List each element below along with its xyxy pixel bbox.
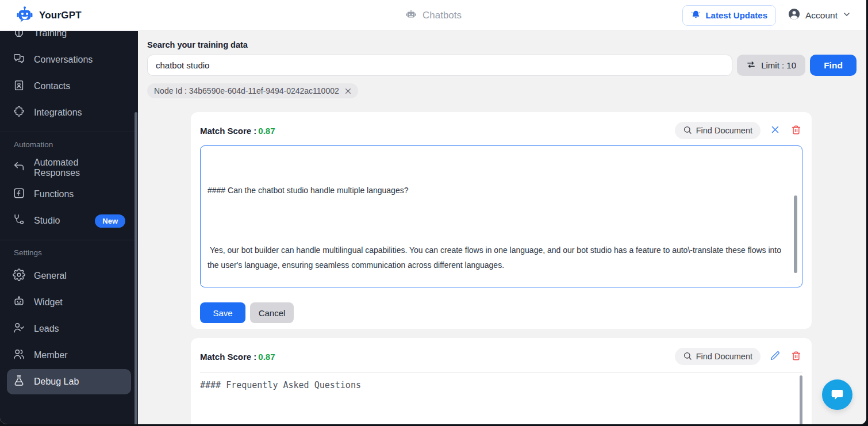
cancel-button[interactable]: Cancel: [250, 302, 294, 323]
find-button[interactable]: Find: [810, 55, 857, 76]
node-id-chip-label: Node Id : 34b6590e-604d-11ef-9494-0242ac…: [154, 86, 339, 95]
integrations-icon: [13, 105, 25, 120]
conversations-icon: [13, 52, 25, 67]
find-document-label: Find Document: [696, 352, 752, 361]
sidebar-item-member[interactable]: Member: [0, 342, 138, 369]
chevron-down-icon: [842, 10, 851, 21]
chatbots-label: Chatbots: [423, 10, 462, 21]
editor-scrollbar[interactable]: [794, 195, 797, 273]
sidebar-item-label: Conversations: [34, 55, 93, 65]
reply-arrow-icon: [13, 160, 25, 175]
sidebar-item-label: Studio: [34, 216, 60, 226]
document-content: #### Frequently Asked Questions: [200, 373, 802, 390]
delete-button[interactable]: [790, 350, 802, 364]
document-scrollbar[interactable]: [800, 375, 802, 424]
sidebar: Training Conversations: [0, 31, 138, 424]
find-document-label: Find Document: [696, 126, 752, 135]
users-icon: [13, 348, 25, 363]
close-icon: [770, 125, 780, 136]
function-icon: [13, 187, 25, 202]
app-window: YourGPT Chatbots: [0, 0, 868, 426]
sidebar-item-functions[interactable]: Functions: [0, 181, 138, 208]
match-score-value: 0.87: [258, 352, 275, 362]
latest-updates-button[interactable]: Latest Updates: [682, 5, 776, 26]
chip-close-icon[interactable]: [344, 87, 352, 95]
sidebar-item-integrations[interactable]: Integrations: [0, 99, 138, 126]
account-label: Account: [805, 10, 838, 21]
limit-label: Limit : 10: [761, 60, 796, 70]
search-input[interactable]: [147, 55, 732, 76]
bell-icon: [691, 10, 701, 21]
top-navbar: YourGPT Chatbots: [0, 0, 866, 31]
match-score-value: 0.87: [258, 126, 275, 136]
sidebar-item-studio[interactable]: Studio New: [0, 208, 138, 234]
sidebar-item-conversations[interactable]: Conversations: [0, 47, 138, 73]
find-document-button[interactable]: Find Document: [675, 122, 761, 139]
sidebar-divider: [0, 240, 138, 240]
delete-button[interactable]: [790, 124, 802, 138]
sidebar-item-training[interactable]: Training: [0, 31, 138, 47]
search-icon: [683, 125, 692, 136]
sidebar-item-label: Functions: [34, 189, 74, 199]
sidebar-divider: [0, 132, 138, 132]
training-icon: [13, 31, 25, 41]
sidebar-item-general[interactable]: General: [0, 263, 138, 289]
main-panel: Search your training data Limit : 10 Fin…: [138, 31, 866, 424]
brand-name: YourGPT: [39, 10, 82, 21]
match-score: Match Score :0.87: [200, 352, 275, 362]
sidebar-item-label: Member: [34, 350, 68, 360]
sidebar-item-label: Widget: [34, 297, 63, 308]
sidebar-item-contacts[interactable]: Contacts: [0, 73, 138, 99]
find-document-button[interactable]: Find Document: [675, 348, 761, 365]
settings-section-title: Settings: [14, 248, 138, 257]
automation-section-title: Automation: [14, 140, 138, 149]
sidebar-item-label: Leads: [34, 324, 59, 334]
flask-icon: [13, 374, 25, 389]
sidebar-scrollbar[interactable]: [135, 112, 137, 424]
new-badge: New: [95, 214, 125, 228]
sidebar-item-label: Debug Lab: [34, 377, 79, 387]
match-score-label: Match Score :: [200, 126, 256, 136]
trash-icon: [791, 125, 801, 137]
training-data-editor[interactable]: #### Can the chatbot studio handle multi…: [200, 145, 802, 287]
account-avatar-icon: [788, 7, 801, 23]
result-card-1: Match Score :0.87 Find Document: [191, 112, 812, 329]
swap-arrows-icon: [746, 60, 756, 71]
results-list: Match Score :0.87 Find Document: [191, 112, 812, 424]
studio-icon: [13, 213, 25, 228]
result-card-2: Match Score :0.87 Find Document: [191, 338, 812, 424]
brand[interactable]: YourGPT: [0, 6, 82, 25]
sidebar-item-automated-responses[interactable]: Automated Responses: [0, 155, 138, 181]
search-label: Search your training data: [147, 40, 857, 49]
node-id-chip: Node Id : 34b6590e-604d-11ef-9494-0242ac…: [147, 83, 358, 98]
search-icon: [683, 351, 692, 362]
edit-button[interactable]: [769, 350, 781, 363]
robot-icon: [405, 8, 417, 24]
trash-icon: [791, 351, 801, 363]
sidebar-item-debug-lab[interactable]: Debug Lab: [7, 369, 131, 394]
gear-icon: [13, 268, 25, 283]
match-score: Match Score :0.87: [200, 126, 275, 136]
sidebar-item-label: Automated Responses: [34, 158, 125, 178]
latest-updates-label: Latest Updates: [705, 10, 767, 20]
sidebar-item-label: General: [34, 271, 67, 281]
widget-robot-icon: [13, 295, 25, 310]
sidebar-item-label: Training: [34, 31, 67, 39]
match-score-label: Match Score :: [200, 352, 256, 362]
chat-widget-button[interactable]: [822, 379, 852, 410]
sidebar-item-widget[interactable]: Widget: [0, 289, 138, 316]
chat-bubble-icon: [829, 386, 845, 404]
save-button[interactable]: Save: [200, 302, 245, 323]
limit-button[interactable]: Limit : 10: [737, 55, 805, 76]
sidebar-item-label: Integrations: [34, 108, 82, 118]
cancel-edit-button[interactable]: [769, 124, 781, 137]
sidebar-item-leads[interactable]: Leads: [0, 316, 138, 342]
account-menu[interactable]: Account: [788, 7, 851, 23]
contacts-icon: [13, 79, 25, 94]
sidebar-item-label: Contacts: [34, 81, 70, 91]
pencil-icon: [770, 351, 780, 362]
yourgpt-logo-icon: [16, 6, 33, 25]
user-check-icon: [13, 321, 25, 336]
